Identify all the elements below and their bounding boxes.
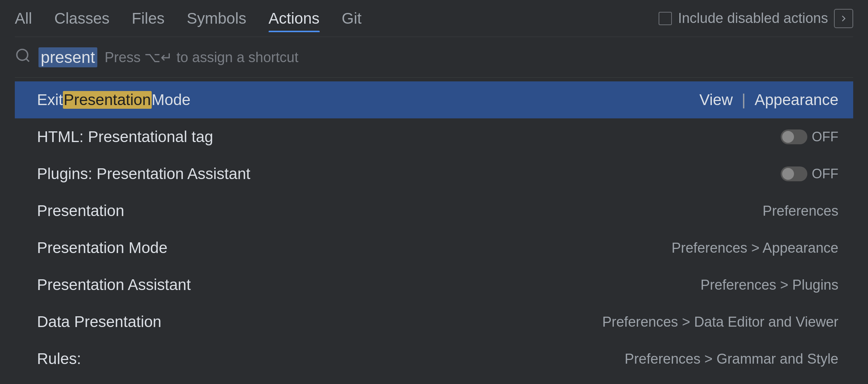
tab-all[interactable]: All [15,6,32,31]
search-query-text: present [38,47,97,67]
meta-text: Preferences > Plugins [700,277,838,293]
result-item-presentation-assistant[interactable]: Presentation Assistant Preferences > Plu… [15,266,853,303]
tab-git[interactable]: Git [342,6,362,31]
result-item-exit-presentation-mode[interactable]: Exit Presentation Mode View | Appearance [15,81,853,118]
result-item-presentation[interactable]: Presentation Preferences [15,192,853,229]
label-text: Rules: [37,350,81,368]
include-disabled-checkbox[interactable] [659,12,672,25]
result-label-exit-presentation-mode: Exit Presentation Mode [37,91,191,109]
meta-text: Preferences > Data Editor and Viewer [602,314,838,330]
settings-icon-btn[interactable] [834,9,853,28]
tabs-row: All Classes Files Symbols Actions Git In… [15,0,853,37]
toggle-plugins-presentation[interactable]: OFF [781,166,838,182]
result-meta-presentation: Preferences [763,203,838,219]
toggle-label: OFF [812,166,838,182]
label-text: Plugins: Presentation Assistant [37,165,250,183]
include-disabled-area: Include disabled actions [659,9,853,28]
label-text: Presentation Assistant [37,276,191,294]
search-icon [15,47,31,67]
result-item-plugins-presentation-assistant[interactable]: Plugins: Presentation Assistant OFF [15,155,853,192]
search-row: present Press ⌥↵ to assign a shortcut [15,37,853,78]
result-label-presentation: Presentation [37,202,124,220]
label-text: Presentation Mode [37,239,168,257]
result-label-presentation-assistant: Presentation Assistant [37,276,191,294]
toggle-track [781,129,807,144]
svg-line-1 [26,58,29,61]
result-item-rules[interactable]: Rules: Preferences > Grammar and Style [15,340,853,377]
result-meta-presentation-mode: Preferences > Appearance [672,240,838,256]
result-label-rules: Rules: [37,350,81,368]
tab-files[interactable]: Files [132,6,165,31]
meta-view: View [699,91,733,109]
result-label-html-presentational-tag: HTML: Presentational tag [37,128,213,146]
result-meta-rules: Preferences > Grammar and Style [625,351,838,367]
label-text: HTML: Presentational tag [37,128,213,146]
label-text-before: Exit [37,91,63,109]
pipe-separator: | [742,91,746,109]
results-list: Exit Presentation Mode View | Appearance… [15,78,853,381]
result-item-presentation-mode[interactable]: Presentation Mode Preferences > Appearan… [15,229,853,266]
label-text-after: Mode [152,91,191,109]
label-highlight: Presentation [63,91,152,109]
result-meta-exit-presentation-mode: View | Appearance [699,91,838,109]
meta-text: Preferences > Appearance [672,240,838,256]
result-label-presentation-mode: Presentation Mode [37,239,168,257]
meta-appearance: Appearance [754,91,838,109]
tab-symbols[interactable]: Symbols [187,6,246,31]
toggle-track [781,166,807,181]
meta-text: Preferences [763,203,838,219]
search-query-display[interactable]: present [38,47,97,67]
tab-classes[interactable]: Classes [54,6,110,31]
result-item-data-presentation[interactable]: Data Presentation Preferences > Data Edi… [15,303,853,340]
result-meta-presentation-assistant: Preferences > Plugins [700,277,838,293]
result-item-html-presentational-tag[interactable]: HTML: Presentational tag OFF [15,118,853,155]
svg-point-0 [17,49,28,60]
toggle-thumb [782,131,794,143]
result-meta-data-presentation: Preferences > Data Editor and Viewer [602,314,838,330]
shortcut-hint: Press ⌥↵ to assign a shortcut [105,49,299,65]
label-text: Data Presentation [37,313,161,331]
tab-actions[interactable]: Actions [269,6,320,31]
result-label-data-presentation: Data Presentation [37,313,161,331]
meta-text: Preferences > Grammar and Style [625,351,838,367]
include-disabled-label: Include disabled actions [678,10,828,26]
result-label-plugins-presentation-assistant: Plugins: Presentation Assistant [37,165,250,183]
main-container: All Classes Files Symbols Actions Git In… [0,0,868,381]
toggle-html-presentational[interactable]: OFF [781,129,838,145]
tabs-list: All Classes Files Symbols Actions Git [15,6,659,31]
label-text: Presentation [37,202,124,220]
toggle-thumb [782,168,794,180]
result-meta-plugins-presentation-assistant: OFF [781,166,838,182]
result-meta-html-presentational-tag: OFF [781,129,838,145]
toggle-label: OFF [812,129,838,145]
